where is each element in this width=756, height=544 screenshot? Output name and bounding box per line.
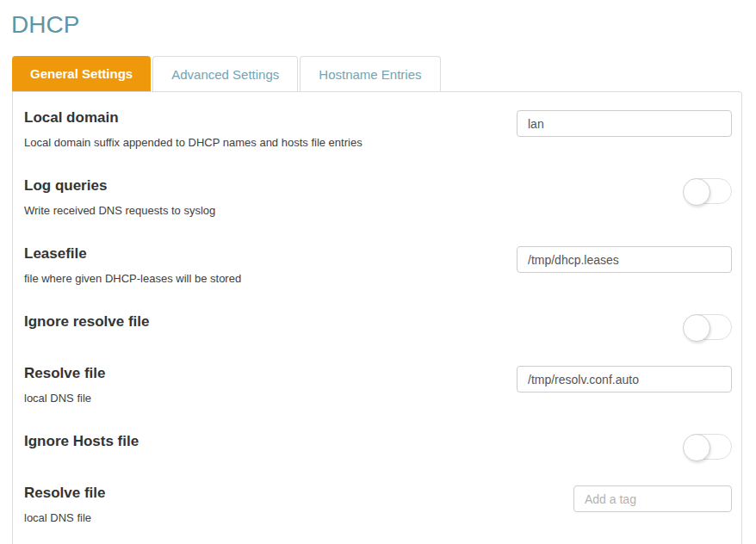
- log-queries-toggle[interactable]: [684, 178, 732, 204]
- field-row-leasefile: Leasefile file where given DHCP-leases w…: [24, 244, 732, 285]
- general-settings-panel: Local domain Local domain suffix appende…: [12, 91, 742, 544]
- page-title: DHCP: [11, 12, 756, 38]
- field-label: Resolve file: [24, 364, 106, 382]
- resolve-file-tag-input[interactable]: [573, 485, 732, 512]
- tab-bar: General Settings Advanced Settings Hostn…: [12, 56, 756, 91]
- field-label: Local domain: [24, 108, 363, 127]
- field-label: Leasefile: [24, 244, 241, 263]
- field-description: Local domain suffix appended to DHCP nam…: [24, 136, 363, 149]
- resolve-file-input[interactable]: [517, 366, 732, 393]
- field-row-resolve-file-tag: Resolve file local DNS file: [24, 484, 732, 524]
- leasefile-input[interactable]: [517, 246, 732, 273]
- field-label: Resolve file: [24, 484, 106, 502]
- field-row-resolve-file: Resolve file local DNS file: [24, 364, 732, 405]
- field-label: Ignore Hosts file: [24, 432, 139, 450]
- toggle-knob: [683, 314, 710, 342]
- toggle-knob: [683, 434, 710, 461]
- field-description: Write received DNS requests to syslog: [24, 204, 215, 217]
- tab-advanced-settings[interactable]: Advanced Settings: [152, 56, 298, 91]
- local-domain-input[interactable]: [517, 110, 732, 137]
- ignore-resolve-file-toggle[interactable]: [684, 314, 732, 340]
- tab-hostname-entries[interactable]: Hostname Entries: [300, 56, 440, 91]
- toggle-knob: [683, 178, 710, 206]
- field-row-ignore-resolve-file: Ignore resolve file: [24, 312, 732, 340]
- field-label: Log queries: [24, 176, 215, 195]
- field-row-local-domain: Local domain Local domain suffix appende…: [24, 108, 732, 149]
- field-description: local DNS file: [24, 511, 106, 524]
- field-label: Ignore resolve file: [24, 312, 150, 331]
- tab-general-settings[interactable]: General Settings: [12, 56, 151, 91]
- field-description: local DNS file: [24, 392, 106, 405]
- field-description: file where given DHCP-leases will be sto…: [24, 272, 241, 285]
- field-row-ignore-hosts-file: Ignore Hosts file: [24, 432, 732, 460]
- ignore-hosts-file-toggle[interactable]: [684, 434, 732, 460]
- field-row-log-queries: Log queries Write received DNS requests …: [24, 176, 732, 217]
